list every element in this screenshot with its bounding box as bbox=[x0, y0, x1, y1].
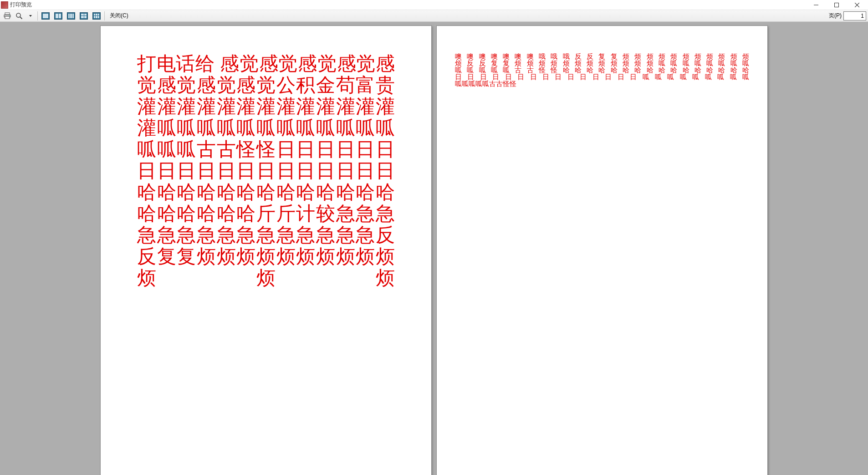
svg-point-8 bbox=[16, 13, 20, 17]
titlebar: 打印预览 bbox=[0, 0, 868, 10]
close-window-button[interactable] bbox=[847, 0, 867, 10]
layout-3-icon bbox=[67, 12, 75, 20]
toolbar: 关闭(C) 页(P) bbox=[0, 10, 868, 22]
page-label: 页(P) bbox=[829, 12, 842, 20]
layout-3-button[interactable] bbox=[65, 11, 77, 21]
chevron-down-icon bbox=[29, 15, 32, 17]
svg-rect-4 bbox=[5, 13, 10, 15]
toolbar-separator-2 bbox=[104, 11, 105, 20]
print-button[interactable] bbox=[2, 11, 13, 21]
maximize-icon bbox=[834, 3, 839, 7]
close-preview-label: 关闭(C) bbox=[110, 12, 128, 20]
page-2-text: 噢噢噢噢噢噢噢哦哦哦反反复复烦烦烦烦烦烦烦烦烦烦烦烦反反复复烦烦烦烦烦烦烦烦烦烦… bbox=[455, 53, 749, 87]
preview-page-2: 噢噢噢噢噢噢噢哦哦哦反反复复烦烦烦烦烦烦烦烦烦烦烦烦反反复复烦烦烦烦烦烦烦烦烦烦… bbox=[436, 26, 768, 475]
layout-1-icon bbox=[41, 12, 50, 20]
layout-6-button[interactable] bbox=[91, 11, 102, 21]
page-1-content: 打电话给 感觉感觉感觉感觉感觉感觉感觉感觉公积金苟富贵灌灌灌灌灌灌灌灌灌灌灌灌灌… bbox=[137, 53, 395, 453]
layout-2-button[interactable] bbox=[52, 11, 64, 21]
minimize-button[interactable] bbox=[806, 0, 826, 10]
svg-rect-1 bbox=[834, 3, 838, 7]
minimize-icon bbox=[814, 3, 818, 7]
svg-line-9 bbox=[20, 17, 22, 19]
toolbar-separator bbox=[37, 11, 38, 20]
zoom-button[interactable] bbox=[14, 11, 25, 21]
zoom-dropdown[interactable] bbox=[26, 11, 36, 21]
layout-4-button[interactable] bbox=[78, 11, 90, 21]
magnifier-icon bbox=[15, 12, 23, 20]
app-icon bbox=[1, 1, 8, 9]
preview-workspace[interactable]: 打电话给 感觉感觉感觉感觉感觉感觉感觉感觉公积金苟富贵灌灌灌灌灌灌灌灌灌灌灌灌灌… bbox=[0, 22, 868, 475]
print-icon bbox=[4, 12, 11, 20]
svg-marker-10 bbox=[29, 15, 32, 17]
layout-1-button[interactable] bbox=[40, 11, 51, 21]
close-preview-button[interactable]: 关闭(C) bbox=[107, 11, 132, 21]
layout-4-icon bbox=[80, 12, 88, 20]
page-2-content: 噢噢噢噢噢噢噢哦哦哦反反复复烦烦烦烦烦烦烦烦烦烦烦烦反反复复烦烦烦烦烦烦烦烦烦烦… bbox=[455, 53, 749, 453]
close-icon bbox=[855, 3, 859, 7]
svg-rect-6 bbox=[5, 16, 10, 19]
page-1-text: 打电话给 感觉感觉感觉感觉感觉感觉感觉感觉公积金苟富贵灌灌灌灌灌灌灌灌灌灌灌灌灌… bbox=[137, 53, 395, 289]
maximize-button[interactable] bbox=[826, 0, 847, 10]
layout-6-icon bbox=[92, 12, 101, 20]
layout-2-icon bbox=[54, 12, 62, 20]
window-title: 打印预览 bbox=[10, 1, 32, 9]
page-number-input[interactable] bbox=[843, 11, 866, 20]
svg-point-7 bbox=[9, 15, 10, 16]
toolbar-right: 页(P) bbox=[829, 11, 866, 20]
preview-page-1: 打电话给 感觉感觉感觉感觉感觉感觉感觉感觉公积金苟富贵灌灌灌灌灌灌灌灌灌灌灌灌灌… bbox=[100, 26, 432, 475]
